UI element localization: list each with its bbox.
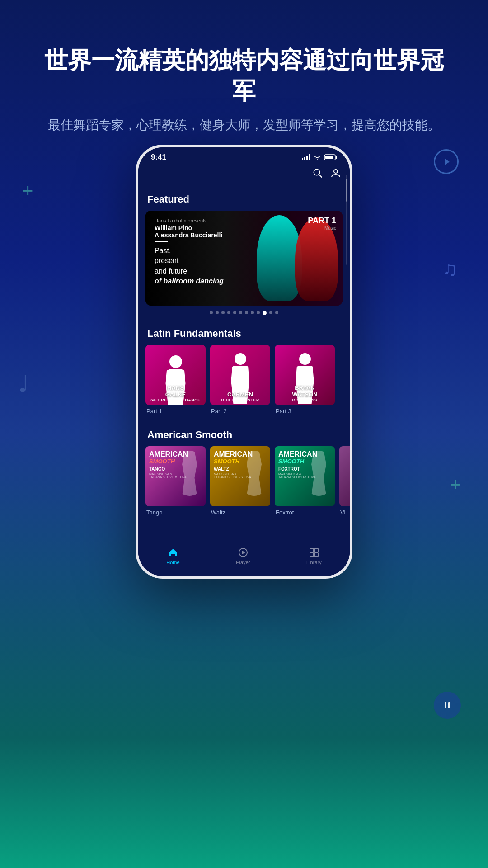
status-bar: 9:41 — [138, 147, 350, 165]
smooth-card-3-overlay: AMERICAN SMOOTH FOXTROT MAX SINITSA &TAT… — [278, 451, 317, 479]
american-smooth-title: American Smooth — [138, 422, 350, 446]
featured-presents: Hans Laxholm presents — [155, 218, 333, 223]
smooth-card-tango[interactable]: AMERICAN SMOOTH TANGO MAX SINITSA &TATIA… — [145, 446, 206, 516]
dot-4[interactable] — [227, 311, 230, 314]
latin-card-2[interactable]: CARMEN BUILD UP A STEP Part 2 — [210, 345, 270, 415]
svg-rect-4 — [304, 157, 305, 160]
deco-plus-top-right: + — [450, 475, 461, 495]
dot-9[interactable] — [257, 311, 260, 314]
latin-card-2-overlay: CARMEN BUILD UP A STEP — [210, 392, 270, 402]
featured-section: Featured Hans Laxholm presents William P… — [138, 186, 350, 321]
svg-marker-14 — [242, 551, 245, 554]
smooth-card-4-image[interactable] — [339, 446, 350, 506]
dot-5[interactable] — [233, 311, 236, 314]
svg-rect-1 — [445, 702, 446, 708]
nav-player[interactable]: Player — [236, 547, 250, 565]
nav-player-label: Player — [236, 560, 250, 565]
svg-point-12 — [334, 170, 338, 173]
smooth-cards-row[interactable]: AMERICAN SMOOTH TANGO MAX SINITSA &TATIA… — [138, 446, 350, 516]
smooth-card-more[interactable]: Vi... — [339, 446, 350, 516]
app-header — [138, 165, 350, 186]
dot-1[interactable] — [210, 311, 213, 314]
latin-card-1-label: Part 1 — [145, 408, 206, 415]
smooth-card-1-label: Tango — [145, 509, 206, 516]
latin-card-3-overlay: BRYANWATSON ROTATIONS — [275, 385, 335, 402]
nav-library-label: Library — [306, 560, 322, 565]
bottom-nav: Home Player Library — [138, 540, 350, 576]
library-icon — [309, 547, 319, 558]
svg-rect-15 — [310, 548, 314, 552]
latin-card-2-label: Part 2 — [210, 408, 270, 415]
latin-fundamentals-section: Latin Fundamentals HANSGALKE GET READY T… — [138, 321, 350, 415]
latin-cards-row[interactable]: HANSGALKE GET READY TO DANCE Part 1 — [138, 345, 350, 415]
dot-10-active[interactable] — [263, 311, 267, 315]
featured-artists: William PinoAlessandra Bucciarelli — [155, 224, 333, 239]
dot-12[interactable] — [275, 311, 278, 314]
smooth-card-2-image[interactable]: AMERICAN SMOOTH WALTZ MAX SINITSA &TATIA… — [210, 446, 270, 506]
smooth-card-1-overlay: AMERICAN SMOOTH TANGO MAX SINITSA &TATIA… — [149, 451, 188, 479]
nav-home[interactable]: Home — [166, 547, 179, 565]
svg-rect-17 — [310, 553, 314, 557]
latin-card-1-overlay: HANSGALKE GET READY TO DANCE — [145, 385, 206, 402]
home-icon — [168, 547, 178, 558]
featured-tag: PART 1 Music — [308, 216, 336, 231]
deco-music-note-tr: ♫ — [442, 258, 457, 280]
phone-scrollbar-thumb — [346, 179, 347, 202]
status-time: 9:41 — [151, 153, 166, 162]
svg-rect-9 — [336, 156, 337, 159]
dot-2[interactable] — [216, 311, 219, 314]
smooth-card-4-label: Vi... — [339, 509, 350, 516]
svg-rect-6 — [309, 154, 310, 160]
deco-pause-circle — [434, 692, 461, 719]
svg-rect-2 — [448, 702, 450, 708]
deco-music-note-bl: ♩ — [18, 371, 29, 397]
svg-marker-0 — [445, 159, 450, 165]
page-headline: 世界一流精英的独特内容通过向世界冠军 — [36, 45, 452, 106]
wifi-icon — [314, 155, 321, 160]
latin-card-3[interactable]: BRYANWATSON ROTATIONS Part 3 — [275, 345, 335, 415]
svg-rect-5 — [306, 156, 308, 160]
dot-7[interactable] — [245, 311, 248, 314]
nav-home-label: Home — [166, 560, 179, 565]
smooth-card-3-label: Foxtrot — [275, 509, 335, 516]
smooth-card-foxtrot[interactable]: AMERICAN SMOOTH FOXTROT MAX SINITSA &TAT… — [275, 446, 335, 516]
latin-fundamentals-title: Latin Fundamentals — [138, 321, 350, 345]
svg-rect-16 — [314, 548, 318, 552]
svg-rect-8 — [325, 156, 333, 159]
svg-line-11 — [319, 175, 322, 177]
dot-8[interactable] — [251, 311, 254, 314]
featured-title: Featured — [138, 186, 350, 211]
featured-description: Past,presentand futureof ballroom dancin… — [155, 246, 333, 287]
latin-card-3-image[interactable]: BRYANWATSON ROTATIONS — [275, 345, 335, 405]
profile-button[interactable] — [331, 168, 341, 181]
dot-11[interactable] — [269, 311, 272, 314]
latin-card-1-image[interactable]: HANSGALKE GET READY TO DANCE — [145, 345, 206, 405]
nav-library[interactable]: Library — [306, 547, 322, 565]
carousel-dots — [138, 306, 350, 321]
smooth-card-waltz[interactable]: AMERICAN SMOOTH WALTZ MAX SINITSA &TATIA… — [210, 446, 270, 516]
dot-6[interactable] — [239, 311, 242, 314]
svg-rect-3 — [302, 158, 303, 160]
page-subheadline: 最佳舞蹈专家，心理教练，健身大师，发型师等学习，提高您的技能。 — [36, 115, 452, 136]
scroll-content[interactable]: Featured Hans Laxholm presents William P… — [138, 186, 350, 566]
page-header: 世界一流精英的独特内容通过向世界冠军 最佳舞蹈专家，心理教练，健身大师，发型师等… — [0, 0, 488, 154]
search-button[interactable] — [313, 168, 323, 181]
smooth-card-3-image[interactable]: AMERICAN SMOOTH FOXTROT MAX SINITSA &TAT… — [275, 446, 335, 506]
latin-card-1[interactable]: HANSGALKE GET READY TO DANCE Part 1 — [145, 345, 206, 415]
battery-icon — [324, 154, 337, 160]
latin-card-3-label: Part 3 — [275, 408, 335, 415]
smooth-card-2-label: Waltz — [210, 509, 270, 516]
smooth-card-2-overlay: AMERICAN SMOOTH WALTZ MAX SINITSA &TATIA… — [214, 451, 253, 479]
dot-3[interactable] — [221, 311, 225, 314]
smooth-card-1-image[interactable]: AMERICAN SMOOTH TANGO MAX SINITSA &TATIA… — [145, 446, 206, 506]
status-icons — [302, 154, 337, 160]
featured-banner[interactable]: Hans Laxholm presents William PinoAlessa… — [145, 211, 343, 306]
svg-rect-18 — [314, 553, 318, 557]
deco-plus-top-left: + — [23, 181, 33, 201]
latin-card-2-image[interactable]: CARMEN BUILD UP A STEP — [210, 345, 270, 405]
american-smooth-section: American Smooth AMERICAN SMOOTH TANGO MA — [138, 422, 350, 516]
phone-scrollbar — [346, 175, 347, 265]
deco-play-circle — [434, 149, 459, 174]
player-icon — [238, 547, 249, 558]
phone-frame: 9:41 — [136, 145, 352, 579]
